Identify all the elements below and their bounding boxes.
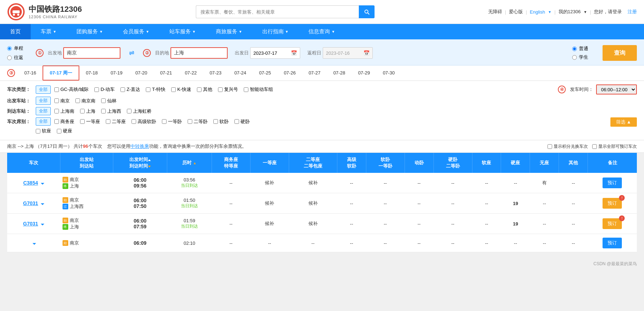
filter-xianlin[interactable]: 仙林 — [101, 98, 117, 104]
date-tab-0721[interactable]: 07-21 — [154, 67, 178, 80]
filter-gc[interactable]: GC-高铁/城际 — [54, 86, 89, 93]
train-number[interactable]: G7031 — [23, 221, 38, 227]
student-ticket-radio[interactable] — [572, 55, 577, 60]
second-seat: 候补 — [289, 214, 337, 234]
header: 中国铁路12306 12306 CHINA RAILWAY 无障碍 | 爱心版 … — [0, 0, 644, 24]
date-tab-0728[interactable]: 07-28 — [327, 67, 352, 80]
train-dropdown-icon[interactable] — [41, 203, 44, 205]
book-button-orange[interactable]: 预订! — [603, 198, 622, 209]
nav-item-member[interactable]: 会员服务 ▼ — [113, 24, 159, 39]
date-tab-0727[interactable]: 07-27 — [302, 67, 327, 80]
filter-z[interactable]: Z-直达 — [120, 86, 140, 93]
date-tab-0718[interactable]: 07-18 — [79, 67, 104, 80]
train-dropdown-icon[interactable] — [33, 243, 36, 245]
swap-button[interactable]: ⇌ — [128, 49, 136, 57]
show-all-label[interactable]: 显示全部可预订车次 — [592, 144, 637, 150]
single-trip-radio-label[interactable]: 单程 — [7, 45, 29, 52]
filter-senior-soft[interactable]: 高级软卧 — [132, 118, 156, 125]
book-cell: 预订 — [588, 173, 637, 193]
date-tab-0729[interactable]: 07-29 — [352, 67, 376, 80]
book-button[interactable]: 预订 — [603, 238, 622, 248]
book-button[interactable]: 预订 — [603, 178, 622, 188]
filter-hard-berth[interactable]: 硬卧 — [234, 118, 250, 125]
depart-icon: 始 — [63, 197, 68, 203]
filter-second-berth[interactable]: 二等卧 — [188, 118, 208, 125]
query-button[interactable]: 查询 — [603, 45, 637, 61]
train-dropdown-icon[interactable] — [41, 183, 44, 185]
show-points-checkbox[interactable] — [548, 144, 552, 149]
train-dropdown-icon[interactable] — [41, 224, 44, 225]
nav-item-group[interactable]: 团购服务 ▼ — [66, 24, 113, 39]
date-tab-0730[interactable]: 07-30 — [376, 67, 401, 80]
nav-item-station[interactable]: 站车服务 ▼ — [159, 24, 206, 39]
nav-item-ticket[interactable]: 车票 ▼ — [31, 24, 66, 39]
train-number[interactable]: G7031 — [23, 200, 38, 206]
filter-soft-berth[interactable]: 软卧 — [213, 118, 229, 125]
filter-smart[interactable]: 智能动车组 — [244, 86, 273, 93]
from-group: 出发地 — [48, 47, 120, 59]
departure-time-select[interactable]: 06:00--12:00 00:00--06:00 12:00--18:00 1… — [596, 84, 637, 94]
filter-fuxing[interactable]: 复兴号 — [218, 86, 238, 93]
train-type-all[interactable]: 全部 — [36, 86, 51, 94]
filter-shanghai-south[interactable]: 上海南 — [54, 108, 74, 115]
filter-shanghai-hongqiao[interactable]: 上海虹桥 — [127, 108, 152, 115]
date-tab-0720[interactable]: 07-20 — [129, 67, 154, 80]
transfer-link[interactable]: 中转换乘 — [130, 144, 149, 149]
filter-other[interactable]: 其他 — [197, 86, 212, 93]
regular-ticket-radio[interactable] — [572, 47, 577, 51]
roundtrip-radio-label[interactable]: 往返 — [7, 54, 29, 61]
to-input[interactable] — [170, 47, 228, 59]
filter-t[interactable]: T-特快 — [146, 86, 165, 93]
date-tab-0716[interactable]: 07-16 — [18, 67, 43, 80]
search-button[interactable] — [359, 5, 375, 18]
filter-d[interactable]: D-动车 — [94, 86, 115, 93]
nav-item-business[interactable]: 商旅服务 ▼ — [206, 24, 252, 39]
single-trip-radio[interactable] — [7, 46, 12, 51]
depart-date-input[interactable]: 2023-07-17 📅 — [250, 47, 300, 59]
date-tab-0722[interactable]: 07-22 — [178, 67, 203, 80]
filter-first-berth[interactable]: 一等卧 — [162, 118, 182, 125]
filter-shanghai-west[interactable]: 上海西 — [101, 108, 121, 115]
from-input[interactable] — [63, 47, 120, 59]
seat-all[interactable]: 全部 — [36, 117, 51, 126]
date-tab-0725[interactable]: 07-25 — [253, 67, 277, 80]
book-button-orange[interactable]: 预订! — [603, 218, 622, 229]
search-input[interactable] — [196, 5, 359, 18]
filter-second[interactable]: 二等座 — [106, 118, 126, 125]
filter-soft-seat[interactable]: 软座 — [36, 128, 51, 134]
date-tab-0723[interactable]: 07-23 — [203, 67, 228, 80]
train-num-cell: G7031 — [7, 214, 60, 234]
filter-first[interactable]: 一等座 — [80, 118, 100, 125]
regular-ticket-label[interactable]: 普通 — [572, 45, 588, 52]
filter-k[interactable]: K-快速 — [171, 86, 191, 93]
depart-station-all[interactable]: 全部 — [36, 97, 51, 105]
filter-business[interactable]: 商务座 — [54, 118, 74, 125]
student-ticket-label[interactable]: 学生 — [572, 54, 588, 60]
arrive-station-all[interactable]: 全部 — [36, 107, 51, 115]
english-link[interactable]: English — [530, 9, 545, 15]
date-tab-0717[interactable]: 07-17 周一 — [43, 65, 79, 81]
date-tab-0719[interactable]: 07-19 — [104, 67, 129, 80]
register-link[interactable]: 注册 — [628, 9, 637, 15]
roundtrip-radio[interactable] — [7, 55, 12, 60]
nav-item-home[interactable]: 首页 — [0, 24, 31, 39]
filter-shanghai[interactable]: 上海 — [80, 108, 95, 115]
filter-nanjing[interactable]: 南京 — [54, 98, 70, 104]
nav-item-guide[interactable]: 出行指南 ▼ — [252, 24, 299, 39]
accessibility-link[interactable]: 无障碍 — [488, 9, 502, 15]
my12306-link[interactable]: 我的12306 — [559, 9, 581, 15]
date-tab-0724[interactable]: 07-24 — [228, 67, 253, 80]
date-tab-0726[interactable]: 07-26 — [277, 67, 302, 80]
show-all-checkbox[interactable] — [592, 144, 597, 149]
love-version-link[interactable]: 爱心版 — [509, 9, 523, 15]
other-seat: -- — [559, 173, 588, 193]
nav-item-info[interactable]: 信息查询 ▼ — [298, 24, 345, 39]
return-label: 返程日 — [307, 50, 321, 56]
show-points-label[interactable]: 显示积分兑换车次 — [548, 144, 588, 150]
filter-button[interactable]: 筛选 ▲ — [610, 117, 637, 127]
seat-filter-row-2: 软座 硬座 — [7, 128, 637, 134]
train-number[interactable]: C3854 — [23, 180, 38, 186]
filter-hard-seat[interactable]: 硬座 — [57, 128, 72, 134]
filter-nanjing-south[interactable]: 南京南 — [75, 98, 95, 104]
return-date-input[interactable]: 2023-07-16 📅 — [323, 47, 373, 59]
